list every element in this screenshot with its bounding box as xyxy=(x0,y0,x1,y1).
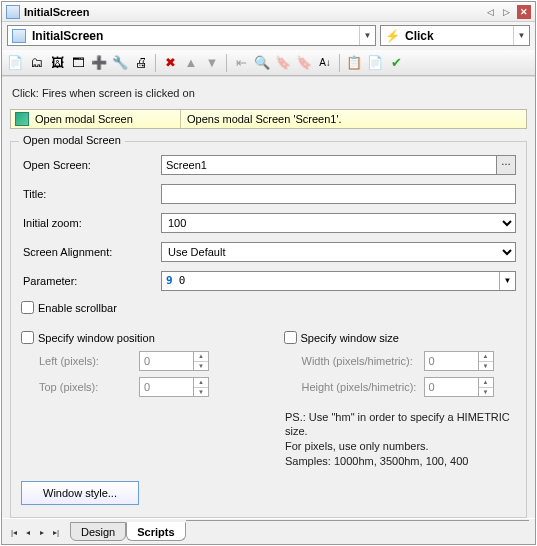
tool-btn-7[interactable]: 🖨 xyxy=(132,54,150,72)
enable-scrollbar-checkbox[interactable] xyxy=(21,301,34,314)
top-label: Top (pixels): xyxy=(21,381,139,393)
prev-tab-button[interactable]: ◂ xyxy=(22,528,34,540)
tool-btn-2[interactable]: 🗂 xyxy=(27,54,45,72)
lightning-icon: ⚡ xyxy=(385,29,399,43)
move-up-button: ▲ xyxy=(182,54,200,72)
height-spinner[interactable]: ▲▼ xyxy=(424,377,494,397)
tab-scripts[interactable]: Scripts xyxy=(126,522,185,541)
object-combo[interactable]: InitialScreen ▼ xyxy=(7,25,376,46)
open-modal-screen-group: Open modal Screen Open Screen: … Title: … xyxy=(10,141,527,518)
action-name: Open modal Screen xyxy=(35,113,133,125)
width-spinner[interactable]: ▲▼ xyxy=(424,351,494,371)
object-combo-text: InitialScreen xyxy=(30,29,359,43)
parameter-index: 9 xyxy=(162,274,179,287)
specify-position-label: Specify window position xyxy=(38,332,155,344)
title-input[interactable] xyxy=(161,184,516,204)
width-label: Width (pixels/himetric): xyxy=(284,355,424,367)
title-bar: InitialScreen ◁ ▷ ✕ xyxy=(2,2,535,22)
close-button[interactable]: ✕ xyxy=(517,5,531,19)
screen-alignment-label: Screen Alignment: xyxy=(21,246,161,258)
tab-strip: |◂ ◂ ▸ ▸| Design Scripts xyxy=(2,518,535,544)
paste-button[interactable]: 📄 xyxy=(366,54,384,72)
screen-icon xyxy=(12,29,26,43)
specify-size-checkbox[interactable] xyxy=(284,331,297,344)
bookmark-button-2: 🔖 xyxy=(295,54,313,72)
object-event-row: InitialScreen ▼ ⚡ Click ▼ xyxy=(2,22,535,50)
chevron-down-icon[interactable]: ▼ xyxy=(359,26,375,45)
tool-btn-5[interactable]: ➕ xyxy=(90,54,108,72)
initial-zoom-select[interactable]: 100 xyxy=(161,213,516,233)
action-description: Opens modal Screen 'Screen1'. xyxy=(181,113,342,125)
move-down-button: ▼ xyxy=(203,54,221,72)
left-spinner[interactable]: ▲▼ xyxy=(139,351,209,371)
event-description: Click: Fires when screen is clicked on xyxy=(12,87,527,99)
window-icon xyxy=(6,5,20,19)
open-screen-label: Open Screen: xyxy=(21,159,161,171)
specify-position-checkbox[interactable] xyxy=(21,331,34,344)
action-icon xyxy=(15,112,29,126)
open-screen-input[interactable] xyxy=(161,155,516,175)
script-editor-window: InitialScreen ◁ ▷ ✕ InitialScreen ▼ ⚡ Cl… xyxy=(1,1,536,545)
parameter-label: Parameter: xyxy=(21,275,161,287)
tab-design[interactable]: Design xyxy=(70,522,126,541)
tool-btn-6[interactable]: 🔧 xyxy=(111,54,129,72)
top-spinner[interactable]: ▲▼ xyxy=(139,377,209,397)
fieldset-legend: Open modal Screen xyxy=(19,134,125,146)
chevron-down-icon[interactable]: ▼ xyxy=(499,272,515,290)
tool-btn-4[interactable]: 🗔 xyxy=(69,54,87,72)
title-label: Title: xyxy=(21,188,161,200)
parameter-value: 0 xyxy=(179,274,186,287)
bookmark-button-1: 🔖 xyxy=(274,54,292,72)
toolbar: 📄 🗂 🖼 🗔 ➕ 🔧 🖨 ✖ ▲ ▼ ⇤ 🔍 🔖 🔖 A↓ 📋 📄 ✔ xyxy=(2,50,535,76)
indent-left-button: ⇤ xyxy=(232,54,250,72)
initial-zoom-label: Initial zoom: xyxy=(21,217,161,229)
sort-button[interactable]: A↓ xyxy=(316,54,334,72)
chevron-down-icon[interactable]: ▼ xyxy=(513,26,529,45)
window-style-button[interactable]: Window style... xyxy=(21,481,139,505)
copy-button[interactable]: 📋 xyxy=(345,54,363,72)
first-tab-button[interactable]: |◂ xyxy=(8,528,20,540)
delete-button[interactable]: ✖ xyxy=(161,54,179,72)
browse-screen-button[interactable]: … xyxy=(496,155,516,175)
himetric-hint: PS.: Use "hm" in order to specify a HIME… xyxy=(285,410,516,469)
screen-alignment-select[interactable]: Use Default xyxy=(161,242,516,262)
event-combo-text: Click xyxy=(403,29,513,43)
enable-scrollbar-label: Enable scrollbar xyxy=(38,302,117,314)
left-label: Left (pixels): xyxy=(21,355,139,367)
window-title: InitialScreen xyxy=(24,6,89,18)
height-label: Height (pixels/himetric): xyxy=(284,381,424,393)
tool-btn-3[interactable]: 🖼 xyxy=(48,54,66,72)
event-combo[interactable]: ⚡ Click ▼ xyxy=(380,25,530,46)
parameter-input[interactable]: 9 0 ▼ xyxy=(161,271,516,291)
last-tab-button[interactable]: ▸| xyxy=(50,528,62,540)
find-button[interactable]: 🔍 xyxy=(253,54,271,72)
action-row[interactable]: Open modal Screen Opens modal Screen 'Sc… xyxy=(10,109,527,129)
next-tab-button[interactable]: ▸ xyxy=(36,528,48,540)
next-pane-icon[interactable]: ▷ xyxy=(499,5,513,19)
check-button[interactable]: ✔ xyxy=(387,54,405,72)
content-area: Click: Fires when screen is clicked on O… xyxy=(2,76,535,518)
prev-pane-icon[interactable]: ◁ xyxy=(483,5,497,19)
tool-btn-1[interactable]: 📄 xyxy=(6,54,24,72)
specify-size-label: Specify window size xyxy=(301,332,399,344)
